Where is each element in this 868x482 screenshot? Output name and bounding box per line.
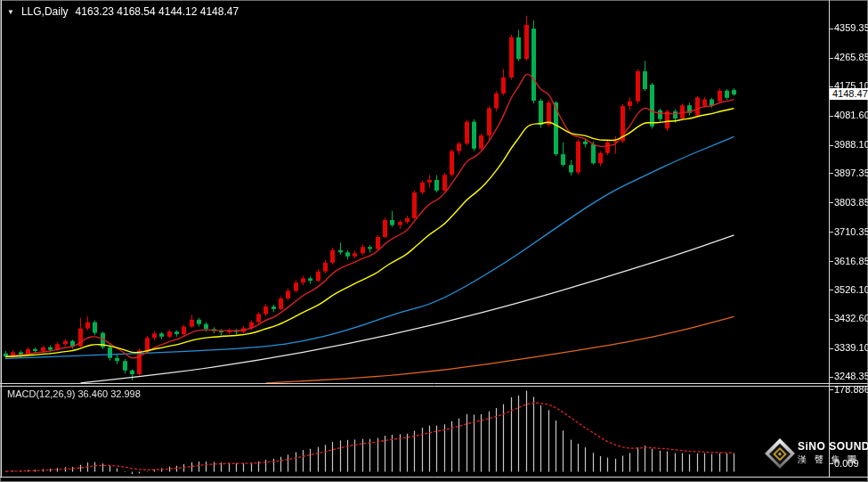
price-axis-label: 3897.35 [834, 167, 868, 179]
logo-text-en: SiNO SOUND [798, 440, 868, 453]
price-axis-label: 3616.85 [834, 256, 868, 267]
chart-dropdown-icon[interactable]: ▼ [7, 8, 14, 16]
price-axis-label: 4081.60 [834, 110, 868, 121]
price-axis-label: 3248.35 [834, 371, 868, 382]
chart-ohlc-values: 4163.23 4168.54 4144.12 4148.47 [76, 5, 239, 18]
chart-window: ▼ LLG,Daily 4163.23 4168.54 4144.12 4148… [0, 0, 868, 482]
price-axis-label: 3526.10 [834, 284, 868, 296]
macd-axis-label-top: 178.886 [834, 384, 868, 396]
price-axis-label: 3339.10 [834, 342, 868, 354]
sino-sound-logo: SiNO SOUND 漢 聲 集 團 [769, 440, 868, 466]
price-axis-label: 4265.85 [834, 52, 868, 63]
current-price-tag: 4148.47 [830, 88, 868, 100]
chart-title: ▼ LLG,Daily 4163.23 4168.54 4144.12 4148… [7, 5, 239, 18]
chart-symbol-period: LLG,Daily [21, 5, 69, 18]
price-axis-label: 3803.85 [834, 197, 868, 208]
price-axis-label: 3432.60 [834, 313, 868, 324]
price-axis-label: 4359.35 [834, 22, 868, 34]
macd-indicator-label: MACD(12,26,9) 36.460 32.998 [7, 388, 141, 399]
price-axis-label: 3988.10 [834, 139, 868, 151]
logo-text-cn: 漢 聲 集 團 [798, 453, 868, 466]
sino-sound-diamond-icon [765, 438, 795, 469]
price-axis-label: 3710.35 [834, 226, 868, 238]
chart-canvas[interactable] [0, 0, 868, 482]
